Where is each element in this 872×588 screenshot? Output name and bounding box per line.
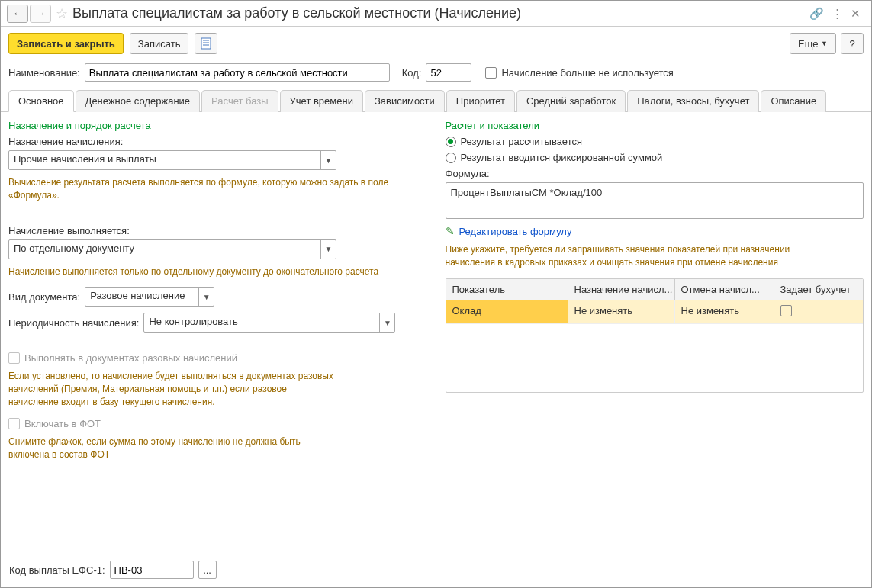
chevron-down-icon[interactable]: ▼ bbox=[198, 288, 214, 306]
section-purpose: Назначение и порядок расчета bbox=[8, 120, 427, 131]
code-input[interactable] bbox=[426, 63, 471, 82]
edit-formula-link[interactable]: Редактировать формулу bbox=[459, 226, 572, 237]
efs-input[interactable] bbox=[110, 561, 194, 579]
more-button[interactable]: Еще ▼ bbox=[790, 33, 836, 54]
name-input[interactable] bbox=[85, 63, 390, 82]
assign-label: Назначение начисления: bbox=[8, 136, 427, 147]
grid-hint: Ниже укажите, требуется ли запрашивать з… bbox=[446, 243, 812, 269]
period-label: Периодичность начисления: bbox=[8, 317, 139, 329]
tab-priority[interactable]: Приоритет bbox=[446, 90, 515, 112]
unused-label: Начисление больше не используется bbox=[501, 67, 673, 79]
formula-box: ПроцентВыплатыСМ *Оклад/100 bbox=[446, 182, 864, 219]
link-icon[interactable]: 🔗 bbox=[809, 7, 824, 21]
grid-h2[interactable]: Назначение начисл... bbox=[568, 279, 675, 300]
chevron-down-icon[interactable]: ▼ bbox=[320, 240, 336, 259]
document-icon bbox=[201, 37, 211, 50]
cb-razovy bbox=[8, 352, 20, 364]
radio-calc-label: Результат рассчитывается bbox=[461, 136, 583, 147]
radio-calc[interactable] bbox=[446, 137, 456, 147]
radio-fixed-label: Результат вводится фиксированной суммой bbox=[461, 152, 663, 163]
help-button[interactable]: ? bbox=[841, 33, 864, 54]
tab-money[interactable]: Денежное содержание bbox=[76, 90, 200, 112]
efs-label: Код выплаты ЕФС-1: bbox=[9, 564, 105, 576]
svg-rect-0 bbox=[201, 38, 211, 49]
indicators-grid[interactable]: Показатель Назначение начисл... Отмена н… bbox=[446, 278, 864, 393]
assign-hint: Вычисление результата расчета выполняетс… bbox=[8, 176, 427, 202]
exec-combo[interactable]: По отдельному документу ▼ bbox=[8, 239, 336, 259]
cb2-hint: Снимите флажок, если сумма по этому начи… bbox=[8, 435, 336, 461]
cb-fot-label: Включать в ФОТ bbox=[24, 418, 101, 429]
exec-label: Начисление выполняется: bbox=[8, 225, 427, 236]
row-check[interactable] bbox=[780, 305, 792, 316]
section-calc: Расчет и показатели bbox=[446, 120, 864, 131]
unused-checkbox[interactable] bbox=[485, 67, 497, 79]
cb-fot bbox=[8, 418, 20, 429]
tab-time[interactable]: Учет времени bbox=[280, 90, 363, 112]
name-label: Наименование: bbox=[8, 67, 80, 79]
chevron-down-icon[interactable]: ▼ bbox=[379, 313, 394, 332]
save-button[interactable]: Записать bbox=[130, 33, 189, 54]
cb-razovy-label: Выполнять в документах разовых начислени… bbox=[24, 352, 237, 364]
kebab-icon[interactable]: ⋮ bbox=[832, 7, 843, 21]
tab-avg[interactable]: Средний заработок bbox=[516, 90, 626, 112]
exec-hint: Начисление выполняется только по отдельн… bbox=[8, 265, 427, 278]
tab-base[interactable]: Расчет базы bbox=[201, 90, 278, 112]
close-icon[interactable]: ✕ bbox=[851, 7, 861, 21]
grid-h1[interactable]: Показатель bbox=[446, 279, 568, 300]
code-label: Код: bbox=[402, 67, 422, 79]
save-and-close-button[interactable]: Записать и закрыть bbox=[8, 33, 124, 54]
back-button[interactable]: ← bbox=[7, 5, 28, 23]
efs-select-button[interactable]: ... bbox=[198, 561, 217, 579]
tab-main[interactable]: Основное bbox=[8, 90, 74, 112]
chevron-down-icon[interactable]: ▼ bbox=[320, 151, 336, 169]
grid-row[interactable]: Оклад Не изменять Не изменять bbox=[446, 300, 864, 324]
chevron-down-icon: ▼ bbox=[821, 40, 828, 47]
favorite-star-icon[interactable]: ☆ bbox=[56, 5, 68, 22]
doc-label: Вид документа: bbox=[8, 291, 80, 303]
window-title: Выплата специалистам за работу в сельско… bbox=[72, 5, 809, 21]
pencil-icon: ✎ bbox=[446, 225, 455, 237]
formula-label: Формула: bbox=[446, 168, 864, 179]
cb1-hint: Если установлено, то начисление будет вы… bbox=[8, 370, 336, 408]
grid-h3[interactable]: Отмена начисл... bbox=[675, 279, 774, 300]
doc-combo[interactable]: Разовое начисление ▼ bbox=[85, 287, 214, 307]
tab-deps[interactable]: Зависимости bbox=[365, 90, 445, 112]
forward-button[interactable]: → bbox=[30, 5, 51, 23]
period-combo[interactable]: Не контролировать ▼ bbox=[143, 313, 395, 333]
tab-desc[interactable]: Описание bbox=[761, 90, 826, 112]
tab-taxes[interactable]: Налоги, взносы, бухучет bbox=[627, 90, 759, 112]
report-icon-button[interactable] bbox=[195, 33, 217, 54]
assign-combo[interactable]: Прочие начисления и выплаты ▼ bbox=[8, 150, 336, 170]
radio-fixed[interactable] bbox=[446, 153, 456, 163]
grid-h4[interactable]: Задает бухучет bbox=[774, 279, 864, 300]
